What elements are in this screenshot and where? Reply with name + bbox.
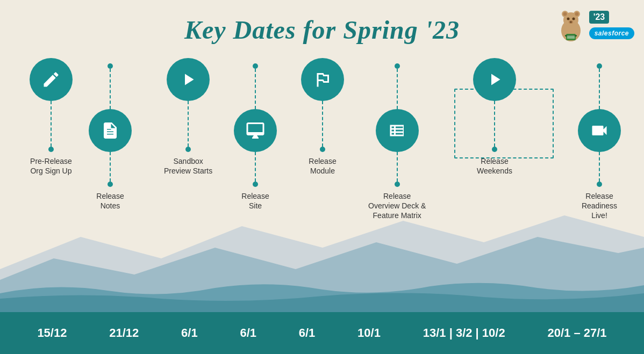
- release-site-icon[interactable]: [234, 109, 277, 152]
- item-release-site: ReleaseSite: [234, 58, 277, 211]
- svg-rect-11: [565, 35, 577, 37]
- release-overview-line-top: [397, 69, 398, 109]
- sandbox-preview-line: [188, 101, 189, 147]
- release-notes-line-bottom: [110, 152, 111, 182]
- release-overview-line-bottom: [397, 152, 398, 182]
- date-5: 6/1: [299, 326, 316, 340]
- release-module-icon[interactable]: [301, 58, 344, 101]
- sandbox-preview-dot: [185, 147, 191, 152]
- date-3: 6/1: [181, 326, 198, 340]
- pre-release-dot: [48, 147, 54, 152]
- spring23-badge: '23: [589, 11, 610, 24]
- release-overview-dot-bottom: [395, 182, 400, 187]
- release-overview-dot-top: [395, 63, 400, 69]
- release-notes-line-top: [110, 69, 111, 109]
- release-weekends-line: [494, 101, 495, 147]
- logo-group: '23 salesforce: [556, 8, 634, 43]
- item-release-weekends: ReleaseWeekends: [473, 58, 516, 176]
- item-sandbox-preview: SandboxPreview Starts: [164, 58, 212, 176]
- date-6: 10/1: [357, 326, 381, 340]
- release-site-label: ReleaseSite: [241, 191, 269, 211]
- timeline-row: Pre-ReleaseOrg Sign Up ReleaseNotes: [0, 58, 644, 294]
- release-module-label: ReleaseModule: [309, 156, 336, 176]
- pre-release-line: [51, 101, 52, 147]
- svg-point-5: [575, 12, 578, 16]
- release-overview-icon[interactable]: [376, 109, 419, 152]
- release-module-line: [322, 101, 323, 147]
- item-release-overview: ReleaseOverview Deck &Feature Matrix: [368, 58, 426, 221]
- item-pre-release: Pre-ReleaseOrg Sign Up: [30, 58, 73, 176]
- sandbox-preview-icon[interactable]: [167, 58, 210, 101]
- release-readiness-icon[interactable]: [578, 109, 621, 152]
- release-site-line-bottom: [255, 152, 256, 182]
- date-4: 6/1: [240, 326, 256, 340]
- release-overview-label: ReleaseOverview Deck &Feature Matrix: [368, 191, 426, 221]
- svg-point-7: [572, 18, 575, 20]
- mountain-icon: [313, 70, 332, 89]
- item-release-readiness: Release ReadinessLive!: [570, 58, 629, 221]
- release-notes-dot-top: [108, 63, 113, 69]
- item-release-notes: ReleaseNotes: [89, 58, 132, 211]
- salesforce-logo: salesforce: [589, 27, 634, 39]
- monitor-icon: [246, 121, 265, 140]
- release-notes-icon[interactable]: [89, 109, 132, 152]
- release-notes-label: ReleaseNotes: [96, 191, 124, 211]
- bear-mascot: [556, 8, 586, 43]
- date-1: 15/12: [37, 326, 67, 340]
- item-release-module: ReleaseModule: [301, 58, 344, 176]
- release-module-dot: [320, 147, 325, 152]
- bear-icon: [556, 8, 586, 43]
- page-background: Key Dates for Spring '23: [0, 0, 644, 354]
- release-site-line-top: [255, 69, 256, 109]
- sandbox-preview-label: SandboxPreview Starts: [164, 156, 212, 176]
- date-7: 13/1 | 3/2 | 10/2: [423, 326, 505, 340]
- pre-release-icon[interactable]: [30, 58, 73, 101]
- release-weekends-dot: [492, 147, 497, 152]
- timeline-bar: 15/12 21/12 6/1 6/1 6/1 10/1 13/1 | 3/2 …: [0, 312, 644, 354]
- release-weekends-label: ReleaseWeekends: [477, 156, 512, 176]
- svg-point-6: [567, 18, 569, 20]
- pre-release-label: Pre-ReleaseOrg Sign Up: [30, 156, 72, 176]
- play2-icon: [485, 70, 504, 89]
- camera-icon: [590, 121, 609, 140]
- document-icon: [101, 121, 120, 140]
- release-notes-dot-bottom: [108, 182, 113, 187]
- grid-list-icon: [388, 121, 407, 140]
- svg-point-3: [563, 12, 567, 16]
- release-readiness-dot-top: [597, 63, 602, 69]
- date-8: 20/1 – 27/1: [547, 326, 606, 340]
- release-readiness-dot-bottom: [597, 182, 602, 187]
- release-readiness-label: Release ReadinessLive!: [570, 191, 629, 221]
- svg-point-9: [570, 21, 571, 23]
- release-site-dot-top: [253, 63, 258, 69]
- page-title: Key Dates for Spring '23: [0, 0, 644, 45]
- release-readiness-line-top: [599, 69, 600, 109]
- date-2: 21/12: [109, 326, 139, 340]
- release-weekends-icon[interactable]: [473, 58, 516, 101]
- pencil-icon: [41, 70, 61, 89]
- play-icon: [178, 70, 198, 89]
- release-site-dot-bottom: [253, 182, 258, 187]
- release-readiness-line-bottom: [599, 152, 600, 182]
